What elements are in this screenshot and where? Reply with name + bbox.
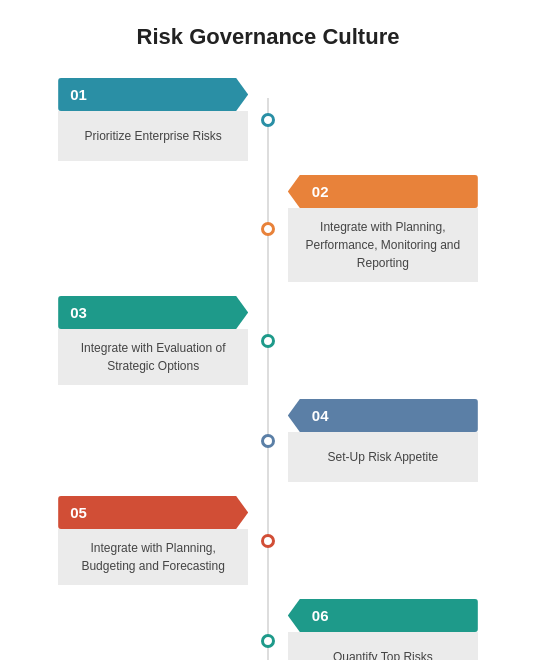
card-04-body: Set-Up Risk Appetite: [288, 432, 478, 482]
card-05: 05 Integrate with Planning, Budgeting an…: [58, 496, 248, 585]
card-06: 06 Quantify Top Risks: [288, 599, 478, 660]
card-04-label: Set-Up Risk Appetite: [327, 448, 438, 466]
page-title: Risk Governance Culture: [137, 24, 400, 50]
col-center-1: [248, 113, 288, 127]
card-01: 01 Prioritize Enterprise Risks: [58, 78, 248, 161]
card-06-body: Quantify Top Risks: [288, 632, 478, 660]
row-3: 03 Integrate with Evaluation of Strategi…: [20, 296, 516, 385]
col-left-1: 01 Prioritize Enterprise Risks: [20, 78, 248, 161]
row-2: 02 Integrate with Planning, Performance,…: [20, 175, 516, 282]
row-6: 06 Quantify Top Risks: [20, 599, 516, 660]
card-01-header: 01: [58, 78, 248, 111]
dot-5: [261, 534, 275, 548]
card-03-label: Integrate with Evaluation of Strategic O…: [70, 339, 236, 375]
col-right-4: 04 Set-Up Risk Appetite: [288, 399, 516, 482]
card-06-number: 06: [312, 607, 329, 624]
card-02-header: 02: [288, 175, 478, 208]
col-center-5: [248, 534, 288, 548]
card-01-number: 01: [70, 86, 87, 103]
col-left-3: 03 Integrate with Evaluation of Strategi…: [20, 296, 248, 385]
card-01-label: Prioritize Enterprise Risks: [84, 127, 221, 145]
dot-1: [261, 113, 275, 127]
diagram: 01 Prioritize Enterprise Risks 02 Inte: [20, 78, 516, 660]
col-right-2: 02 Integrate with Planning, Performance,…: [288, 175, 516, 282]
dot-4: [261, 434, 275, 448]
dot-6: [261, 634, 275, 648]
col-center-2: [248, 222, 288, 236]
card-06-label: Quantify Top Risks: [333, 648, 433, 660]
dot-3: [261, 334, 275, 348]
card-05-label: Integrate with Planning, Budgeting and F…: [70, 539, 236, 575]
card-03-header: 03: [58, 296, 248, 329]
card-02-label: Integrate with Planning, Performance, Mo…: [300, 218, 466, 272]
col-center-3: [248, 334, 288, 348]
card-03-number: 03: [70, 304, 87, 321]
card-05-body: Integrate with Planning, Budgeting and F…: [58, 529, 248, 585]
card-01-body: Prioritize Enterprise Risks: [58, 111, 248, 161]
col-center-6: [248, 634, 288, 648]
card-04: 04 Set-Up Risk Appetite: [288, 399, 478, 482]
col-left-5: 05 Integrate with Planning, Budgeting an…: [20, 496, 248, 585]
card-05-header: 05: [58, 496, 248, 529]
card-04-header: 04: [288, 399, 478, 432]
card-04-number: 04: [312, 407, 329, 424]
card-02-number: 02: [312, 183, 329, 200]
dot-2: [261, 222, 275, 236]
row-5: 05 Integrate with Planning, Budgeting an…: [20, 496, 516, 585]
row-4: 04 Set-Up Risk Appetite: [20, 399, 516, 482]
card-02: 02 Integrate with Planning, Performance,…: [288, 175, 478, 282]
card-02-body: Integrate with Planning, Performance, Mo…: [288, 208, 478, 282]
col-right-6: 06 Quantify Top Risks: [288, 599, 516, 660]
card-03: 03 Integrate with Evaluation of Strategi…: [58, 296, 248, 385]
card-06-header: 06: [288, 599, 478, 632]
row-1: 01 Prioritize Enterprise Risks: [20, 78, 516, 161]
card-03-body: Integrate with Evaluation of Strategic O…: [58, 329, 248, 385]
card-05-number: 05: [70, 504, 87, 521]
col-center-4: [248, 434, 288, 448]
